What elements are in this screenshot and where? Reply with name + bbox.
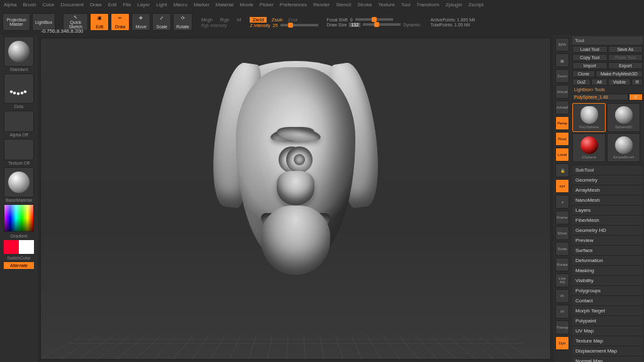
menu-item[interactable]: Transform xyxy=(416,2,439,8)
menu-item[interactable]: Light xyxy=(156,2,167,8)
section-texture-map[interactable]: Texture Map xyxy=(572,336,643,346)
section-nanomesh[interactable]: NanoMesh xyxy=(572,195,643,205)
persp-button[interactable]: Persp xyxy=(555,116,569,130)
aahalf-button[interactable]: AAHalf xyxy=(555,101,569,114)
menu-item[interactable]: Zscript xyxy=(469,2,484,8)
menu-item[interactable]: Brush xyxy=(23,2,36,8)
gradient-label[interactable]: Gradient xyxy=(11,234,28,238)
tool-thumb-simplebrush[interactable]: SimpleBrush xyxy=(607,133,640,162)
z-intensity-slider[interactable]: Z Intensity 25 xyxy=(250,23,318,28)
section-visibility[interactable]: Visibility xyxy=(572,275,643,285)
section-contact[interactable]: Contact xyxy=(572,295,643,305)
draw-button[interactable]: ✏Draw xyxy=(111,13,130,31)
menu-item[interactable]: Document xyxy=(61,2,84,8)
viewport[interactable]: -0.750,8.346,8.200 xyxy=(40,38,551,359)
menu-item[interactable]: Edit xyxy=(108,2,117,8)
menu-item[interactable]: Stroke xyxy=(357,2,372,8)
current-tool-name[interactable]: PolySphere_1.48 xyxy=(572,94,628,101)
mrgb-toggle[interactable]: Mrgb xyxy=(201,17,213,23)
section-displacement-map[interactable]: Displacement Map xyxy=(572,346,643,356)
menu-item[interactable]: Stencil xyxy=(336,2,351,8)
pf-button[interactable]: Pf xyxy=(555,305,569,319)
zoom-button[interactable]: Zoom xyxy=(555,69,569,83)
menu-item[interactable]: Picker xyxy=(260,2,274,8)
lock-button[interactable]: 🔒 xyxy=(555,163,569,177)
section-fibermesh[interactable]: FiberMesh xyxy=(572,215,643,225)
scale-button[interactable]: ⤢Scale xyxy=(152,13,171,31)
xyz-button[interactable]: xyz xyxy=(555,179,569,193)
transp-button[interactable]: Transp xyxy=(555,321,569,334)
tool-thumb-zsphere[interactable]: ZSphere xyxy=(572,133,606,162)
menu-item[interactable]: Alpha xyxy=(4,2,16,8)
color-swatches[interactable] xyxy=(4,240,34,254)
menu-item[interactable]: Layer xyxy=(137,2,150,8)
focal-shift-slider[interactable]: Focal Shift0 xyxy=(327,18,421,22)
zcut-toggle[interactable]: Zcut xyxy=(288,17,298,23)
sculpt-model[interactable] xyxy=(211,67,380,306)
rotate-button[interactable]: Rotate xyxy=(555,258,569,272)
save-as-button[interactable]: Save As xyxy=(608,46,643,53)
scale-button[interactable]: Scale xyxy=(555,242,569,256)
section-geometry[interactable]: Geometry xyxy=(572,175,643,185)
zadd-toggle[interactable]: Zadd xyxy=(250,17,266,23)
section-preview[interactable]: Preview xyxy=(572,235,643,245)
brush-selector[interactable] xyxy=(4,36,34,67)
section-layers[interactable]: Layers xyxy=(572,205,643,215)
export-button[interactable]: Export xyxy=(608,62,643,69)
menu-item[interactable]: Texture xyxy=(378,2,394,8)
section-polygroups[interactable]: Polygroups xyxy=(572,285,643,295)
tool-r-button[interactable]: R xyxy=(629,94,643,101)
texture-selector[interactable] xyxy=(4,139,34,160)
color-picker[interactable] xyxy=(4,204,34,232)
move-button[interactable]: Move xyxy=(555,226,569,240)
move-button[interactable]: ✥Move xyxy=(131,13,150,31)
rgb-toggle[interactable]: Rgb xyxy=(220,17,230,23)
menu-item[interactable]: Material xyxy=(216,2,233,8)
actual-button[interactable]: Actual xyxy=(555,85,569,99)
clone-button[interactable]: Clone xyxy=(572,70,595,77)
projection-master-button[interactable]: Projection Master xyxy=(3,13,30,31)
m-toggle[interactable]: M xyxy=(237,17,242,23)
menu-item[interactable]: Movie xyxy=(240,2,253,8)
section-polypaint[interactable]: Polypaint xyxy=(572,315,643,326)
section-deformation[interactable]: Deformation xyxy=(572,255,643,265)
section-arraymesh[interactable]: ArrayMesh xyxy=(572,185,643,195)
menu-item[interactable]: File xyxy=(123,2,131,8)
goz-r-button[interactable]: R xyxy=(631,79,643,85)
import-button[interactable]: Import xyxy=(572,62,608,69)
tool-panel-header[interactable]: Tool xyxy=(572,36,643,45)
alternate-button[interactable]: Alternate xyxy=(4,262,34,269)
alpha-selector[interactable] xyxy=(4,111,34,132)
section-masking[interactable]: Masking xyxy=(572,265,643,275)
menu-item[interactable]: Color xyxy=(42,2,54,8)
dyn-button[interactable]: Dyn xyxy=(555,336,569,350)
edit-button[interactable]: ▣Edit xyxy=(90,13,109,31)
paste-tool-button[interactable]: Paste Tool xyxy=(608,54,643,61)
scroll-button[interactable]: ▦ xyxy=(555,53,569,67)
goz-all-button[interactable]: All xyxy=(591,79,607,85)
menu-item[interactable]: Tool xyxy=(401,2,411,8)
local-button[interactable]: Local xyxy=(555,148,569,162)
menu-item[interactable]: Marker xyxy=(194,2,209,8)
menu-item[interactable]: Zplugin xyxy=(445,2,462,8)
menu-item[interactable]: Preferences xyxy=(280,2,307,8)
lightbox-tools-link[interactable]: Lightbox> Tools xyxy=(572,87,643,92)
section-normal-map[interactable]: Normal Map xyxy=(572,356,643,362)
menu-item[interactable]: Macro xyxy=(174,2,187,8)
tool-thumb-polysphere[interactable]: PolySphere xyxy=(572,103,606,132)
material-selector[interactable] xyxy=(4,167,34,197)
menu-item[interactable]: Render xyxy=(313,2,330,8)
section-subtool[interactable]: SubTool xyxy=(572,165,643,175)
section-geometry-hd[interactable]: Geometry HD xyxy=(572,225,643,235)
xpose-button[interactable]: ✦ xyxy=(555,195,569,209)
goz-visible-button[interactable]: Visible xyxy=(608,79,631,85)
zsub-toggle[interactable]: Zsub xyxy=(272,17,283,23)
pt-button[interactable]: Pt xyxy=(555,289,569,303)
tool-thumb-sphere3d[interactable]: Sphere3D xyxy=(607,103,640,132)
draw-size-slider[interactable]: Draw Size132Dynamic xyxy=(327,23,421,27)
floor-button[interactable]: Floor xyxy=(555,132,569,146)
goz-button[interactable]: GoZ xyxy=(572,79,591,85)
bpr-button[interactable]: BPR xyxy=(555,38,569,52)
menu-item[interactable]: Draw xyxy=(90,2,102,8)
stroke-selector[interactable] xyxy=(4,74,34,104)
